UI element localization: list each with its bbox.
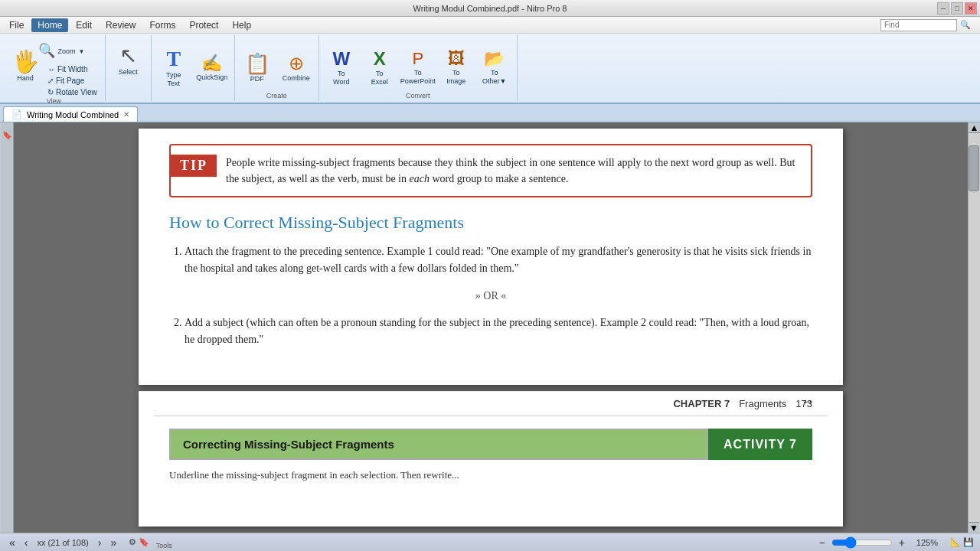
tab-title: Writing Modul Combined [27, 110, 119, 119]
find-icon[interactable]: 🔍 [960, 20, 971, 30]
chapter-section: Fragments [739, 398, 786, 409]
main-area: 🔖 TIP People write missing-subject fragm… [0, 122, 980, 533]
fit-page-button[interactable]: ⤢ Fit Page [44, 76, 100, 86]
ribbon-group-tools: T TypeText ✍️ QuickSign Tools [152, 35, 235, 101]
to-excel-button[interactable]: X ToExcel [362, 44, 397, 92]
type-text-label: TypeText [166, 71, 181, 88]
menu-file[interactable]: File [3, 18, 30, 32]
ribbon-group-select: ↖ Select [106, 35, 152, 101]
fit-width-icon: ↔ [47, 65, 55, 73]
numbered-list: Attach the fragment to the preceding sen… [169, 243, 812, 278]
chapter-page: 173 [795, 398, 812, 409]
tools-group-label: Tools [156, 542, 172, 549]
combine-icon: ⊕ [289, 54, 304, 73]
to-excel-icon: X [374, 50, 386, 68]
type-text-icon: T [166, 48, 181, 70]
nav-tools: ⚙ 🔖 [129, 537, 149, 547]
zoom-level: 125% [911, 538, 938, 547]
status-left: « ‹ xx (21 of 108) › » ⚙ 🔖 [6, 536, 149, 549]
tab-close-button[interactable]: ✕ [123, 110, 129, 119]
pdf-page-lower: CHAPTER 7 Fragments 173 Correcting Missi… [139, 391, 843, 527]
select-button[interactable]: ↖ Select [110, 37, 145, 84]
scroll-down-button[interactable]: ▼ [969, 522, 979, 533]
sidebar-panel: 🔖 [2, 122, 12, 533]
page-info: xx (21 of 108) [37, 538, 88, 547]
to-word-label: ToWord [333, 70, 349, 86]
pdf-page-upper: TIP People write missing-subject fragmen… [139, 129, 843, 385]
menu-bar: File Home Edit Review Forms Protect Help… [0, 17, 980, 34]
pdf-button[interactable]: 📋 PDF [240, 44, 275, 92]
numbered-list-2: Add a subject (which can often be a pron… [169, 315, 812, 349]
maximize-btn[interactable]: □ [951, 2, 963, 15]
activity-subtext: Underline the missing-subject fragment i… [139, 460, 843, 491]
to-other-icon: 📂 [484, 51, 505, 67]
minimize-btn[interactable]: ─ [937, 2, 949, 15]
menu-home[interactable]: Home [31, 18, 68, 32]
type-text-button[interactable]: T TypeText [156, 44, 191, 92]
convert-group-label: Convert [406, 92, 430, 99]
to-image-button[interactable]: 🖼 ToImage [439, 44, 474, 92]
nav-prev-button[interactable]: ‹ [21, 536, 31, 549]
rotate-icon: ↻ [47, 88, 54, 96]
section-heading: How to Correct Missing-Subject Fragments [169, 213, 812, 233]
zoom-in-btn[interactable]: + [899, 536, 905, 549]
zoom-out-btn[interactable]: − [819, 536, 825, 549]
zoom-button[interactable]: 🔍 Zoom ▼ [44, 40, 78, 63]
ribbon-group-create: 📋 PDF ⊕ Combine Create [235, 35, 319, 101]
scroll-up-button[interactable]: ▲ [969, 122, 980, 133]
select-icon: ↖ [119, 45, 137, 67]
chapter-number: CHAPTER 7 [673, 398, 730, 409]
nav-first-button[interactable]: « [6, 536, 18, 549]
nav-next-button[interactable]: › [95, 536, 105, 549]
or-divider: » OR « [169, 290, 812, 302]
find-input[interactable] [880, 19, 957, 31]
tip-box: TIP People write missing-subject fragmen… [169, 144, 812, 197]
pdf-viewer[interactable]: TIP People write missing-subject fragmen… [14, 122, 968, 533]
document-tab[interactable]: 📄 Writing Modul Combined ✕ [3, 106, 138, 122]
rotate-view-button[interactable]: ↻ Rotate View [44, 87, 100, 97]
hand-label: Hand [17, 74, 34, 83]
pdf-label: PDF [250, 75, 264, 83]
quicksign-button[interactable]: ✍️ QuickSign [194, 44, 230, 92]
scroll-thumb[interactable] [969, 145, 979, 191]
menu-protect[interactable]: Protect [183, 18, 224, 32]
list-item-1: Attach the fragment to the preceding sen… [185, 243, 812, 278]
tip-badge: TIP [171, 155, 217, 177]
pdf-pages: TIP People write missing-subject fragmen… [131, 122, 851, 533]
hand-icon: 🖐 [12, 51, 39, 73]
fit-width-label: Fit Width [57, 65, 87, 73]
fit-width-button[interactable]: ↔ Fit Width [44, 64, 100, 74]
nav-last-button[interactable]: » [107, 536, 119, 549]
to-word-icon: W [332, 50, 350, 68]
to-excel-label: ToExcel [371, 70, 388, 86]
menu-edit[interactable]: Edit [70, 18, 98, 32]
to-other-button[interactable]: 📂 ToOther▼ [477, 44, 512, 92]
zoom-slider[interactable] [831, 538, 893, 547]
menu-forms[interactable]: Forms [143, 18, 181, 32]
right-scrollbar[interactable]: ▲ ▼ [968, 122, 980, 533]
to-ppt-label: ToPowerPoint [400, 69, 436, 86]
zoom-label: Zoom [58, 47, 76, 56]
view-group-label: View [47, 97, 61, 105]
activity-header: Correcting Missing-Subject Fragments ACT… [169, 429, 812, 460]
status-bar: « ‹ xx (21 of 108) › » ⚙ 🔖 − + 125% 📐 💾 [0, 533, 980, 551]
title-bar: Writing Modul Combined.pdf - Nitro Pro 8… [0, 0, 980, 17]
combine-button[interactable]: ⊕ Combine [279, 44, 314, 92]
fit-page-icon: ⤢ [47, 77, 54, 85]
to-image-icon: 🖼 [448, 51, 465, 67]
bookmark-icon[interactable]: 🔖 [2, 130, 11, 139]
menu-review[interactable]: Review [100, 18, 142, 32]
to-powerpoint-button[interactable]: P ToPowerPoint [400, 44, 436, 92]
select-label: Select [119, 68, 138, 77]
combine-label: Combine [283, 74, 310, 83]
to-other-label: ToOther▼ [482, 69, 506, 86]
page-divider [154, 416, 828, 416]
menu-help[interactable]: Help [226, 18, 257, 32]
status-icons: 📐 💾 [950, 537, 974, 547]
quicksign-icon: ✍️ [201, 55, 222, 72]
to-word-button[interactable]: W ToWord [324, 44, 359, 92]
ribbon-content: 🖐 Hand 🔍 Zoom ▼ ↔ Fit Width ⤢ F [0, 34, 980, 103]
create-group-label: Create [266, 92, 287, 99]
quicksign-label: QuickSign [196, 73, 227, 82]
close-btn[interactable]: ✕ [965, 2, 977, 15]
